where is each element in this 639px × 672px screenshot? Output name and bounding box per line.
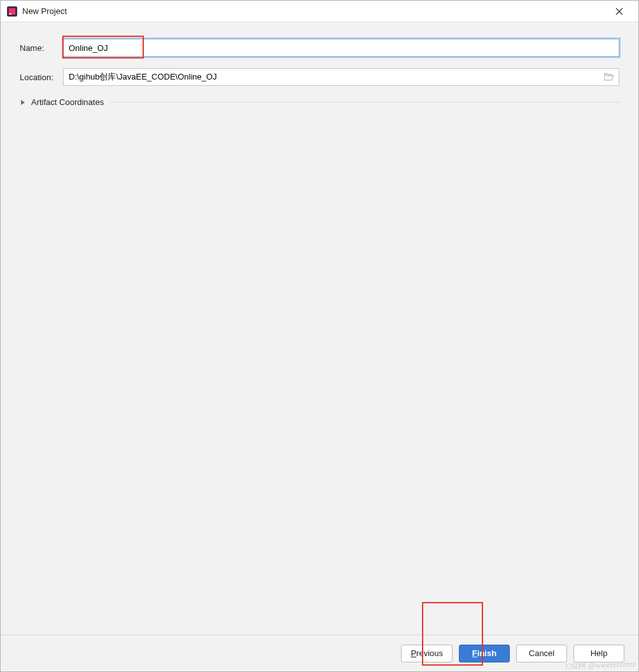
cancel-button[interactable]: Cancel: [516, 645, 567, 662]
previous-mnemonic: P: [411, 648, 416, 658]
help-button[interactable]: Help: [573, 645, 624, 662]
dialog-content: Name: Location:: [1, 22, 638, 634]
location-row: Location:: [20, 68, 619, 86]
folder-open-icon: [604, 73, 614, 81]
svg-rect-2: [9, 13, 11, 15]
chevron-right-icon: [20, 99, 26, 106]
artifact-coordinates-label: Artifact Coordinates: [31, 97, 104, 107]
browse-button[interactable]: [603, 71, 615, 83]
location-input[interactable]: [63, 68, 619, 86]
window-title: New Project: [22, 6, 607, 16]
dialog-footer: Previous Finish Cancel Help: [1, 634, 638, 671]
previous-label: revious: [416, 648, 443, 658]
finish-label: inish: [477, 648, 496, 658]
location-input-wrap: [63, 68, 619, 86]
close-icon: [615, 8, 623, 15]
name-input-wrap: [63, 39, 619, 57]
name-label: Name:: [20, 43, 63, 53]
titlebar[interactable]: New Project: [1, 1, 638, 22]
previous-button[interactable]: Previous: [401, 645, 453, 662]
app-icon: [7, 6, 17, 17]
name-row: Name:: [20, 39, 619, 57]
new-project-dialog: New Project Name: Location:: [0, 0, 639, 672]
close-button[interactable]: [607, 2, 632, 21]
finish-button[interactable]: Finish: [459, 645, 510, 662]
name-input[interactable]: [63, 39, 619, 57]
artifact-coordinates-section[interactable]: Artifact Coordinates: [20, 97, 619, 107]
location-label: Location:: [20, 73, 63, 82]
finish-mnemonic: F: [472, 648, 477, 658]
divider: [110, 102, 619, 102]
